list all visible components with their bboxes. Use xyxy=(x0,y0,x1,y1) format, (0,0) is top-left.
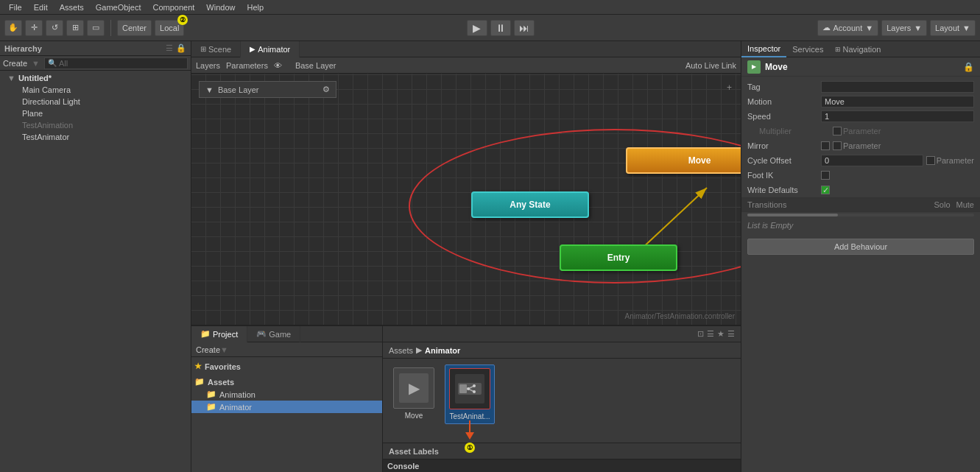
play-button[interactable]: ▶ xyxy=(467,20,487,36)
breadcrumb-assets[interactable]: Assets xyxy=(389,346,413,355)
gear-icon[interactable]: ⚙ xyxy=(322,85,330,94)
tab-services[interactable]: Services xyxy=(786,41,829,57)
speed-input[interactable] xyxy=(821,110,974,122)
pause-button[interactable]: ⏸ xyxy=(490,20,511,36)
hierarchy-menu-icon[interactable]: ☰ xyxy=(166,43,173,53)
solo-label: Solo xyxy=(934,200,951,209)
create-button[interactable]: Create xyxy=(3,59,27,68)
console-label[interactable]: Console xyxy=(387,462,419,471)
motion-value: Move xyxy=(825,97,845,106)
toolbar-rect-icon[interactable]: ▭ xyxy=(87,20,105,36)
write-defaults-checkbox[interactable]: ✓ xyxy=(821,186,830,194)
tab-inspector[interactable]: Inspector xyxy=(741,41,786,57)
menu-edit[interactable]: Edit xyxy=(28,1,54,13)
menu-gameobject[interactable]: GameObject xyxy=(90,1,147,13)
console-bar: Console xyxy=(383,459,741,472)
cycle-param-checkbox[interactable] xyxy=(926,156,935,165)
asset-move[interactable]: ▶ Move xyxy=(389,364,439,423)
bottom-panels: 📁 Project 🎮 Game Create ▼ ★ Favorites xyxy=(191,325,741,472)
hierarchy-root[interactable]: ▼ Untitled* xyxy=(0,72,191,84)
state-move[interactable]: Move xyxy=(626,147,741,174)
multiplier-checkbox[interactable] xyxy=(833,127,842,135)
hierarchy-item-testanimator[interactable]: TestAnimator xyxy=(0,131,191,143)
tab-project[interactable]: 📁 Project xyxy=(191,326,247,342)
cycle-offset-label: Cycle Offset xyxy=(747,156,821,165)
eye-icon[interactable]: 👁 xyxy=(274,61,282,70)
menu-help[interactable]: Help xyxy=(241,1,269,13)
assets-icon2[interactable]: ☰ xyxy=(707,329,714,339)
cycle-offset-input[interactable] xyxy=(821,155,923,166)
layers-tab[interactable]: Layers xyxy=(196,61,220,70)
tab-scene[interactable]: ⊞ Scene xyxy=(191,41,241,57)
nav-label: Navigation xyxy=(842,45,881,54)
hierarchy-item-dirlight[interactable]: Directional Light xyxy=(0,96,191,108)
tab-animator[interactable]: ▶ Animator xyxy=(241,41,300,57)
motion-value-field[interactable]: Move xyxy=(821,96,974,108)
base-layer-box[interactable]: ▼ Base Layer ⚙ xyxy=(199,81,336,98)
toolbar-hand-icon[interactable]: ✋ xyxy=(4,20,22,36)
animator-folder[interactable]: 📁 Animator xyxy=(191,401,382,413)
hierarchy-search[interactable]: 🔍 All xyxy=(44,57,188,69)
add-behaviour-button[interactable]: Add Behaviour xyxy=(747,239,974,255)
mirror-checkbox[interactable] xyxy=(821,141,830,150)
asset-testanimator[interactable]: TestAninat... ① xyxy=(445,364,495,424)
toolbar-sep: ▼ xyxy=(32,59,40,68)
hierarchy-panel: Hierarchy ☰ 🔒 Create ▼ 🔍 All ▼ Untitled*… xyxy=(0,41,191,472)
assets-panel: ⊡ ☰ ★ ☰ Assets ▶ Animator xyxy=(383,326,741,472)
scene-tab-label: Scene xyxy=(208,45,231,54)
layers-dropdown[interactable]: Layers ▼ xyxy=(881,20,927,36)
game-tab-label: Game xyxy=(269,330,291,339)
inspector-lock-icon[interactable]: 🔒 xyxy=(963,62,974,72)
hierarchy-lock-icon[interactable]: 🔒 xyxy=(176,43,186,53)
tab-game[interactable]: 🎮 Game xyxy=(247,326,300,342)
assets-menu[interactable]: ☰ xyxy=(727,329,735,339)
auto-live-link[interactable]: Auto Live Link xyxy=(685,61,736,70)
search-all-label: All xyxy=(59,59,68,68)
base-layer-label: Base Layer xyxy=(218,85,259,94)
step-button[interactable]: ⏭ xyxy=(514,20,535,36)
layout-dropdown[interactable]: Layout ▼ xyxy=(930,20,976,36)
multiplier-param-label: Parameter xyxy=(843,127,881,135)
menu-window[interactable]: Window xyxy=(200,1,241,13)
menu-assets[interactable]: Assets xyxy=(54,1,90,13)
menu-file[interactable]: File xyxy=(3,1,28,13)
assets-icon1[interactable]: ⊡ xyxy=(697,329,704,339)
assets-folder[interactable]: 📁 Assets xyxy=(191,376,382,388)
hierarchy-item-testanimation[interactable]: TestAnimation xyxy=(0,119,191,131)
transitions-section: Transitions Solo Mute xyxy=(741,197,980,212)
plus-add-icon[interactable]: + xyxy=(727,82,732,93)
animation-folder[interactable]: 📁 Animation xyxy=(191,388,382,401)
foot-ik-checkbox[interactable] xyxy=(821,171,830,180)
local-button[interactable]: Local ② xyxy=(155,20,184,36)
state-any-state[interactable]: Any State xyxy=(471,191,589,218)
hierarchy-item-plane[interactable]: Plane xyxy=(0,108,191,119)
toolbar-scale-icon[interactable]: ⊞ xyxy=(66,20,84,36)
mirror-param-checkbox[interactable] xyxy=(833,141,842,150)
project-toolbar: Create ▼ xyxy=(191,342,382,357)
state-icon-symbol: ▶ xyxy=(752,63,756,70)
asset-testanimator-label: TestAninat... xyxy=(449,412,490,420)
speed-label: Speed xyxy=(747,112,821,121)
tag-input[interactable] xyxy=(821,81,974,93)
expand-icon: ▼ xyxy=(205,85,214,94)
mute-label: Mute xyxy=(956,200,974,209)
parameters-tab[interactable]: Parameters xyxy=(226,61,268,70)
mirror-param-label: Parameter xyxy=(843,141,881,150)
breadcrumb-animator[interactable]: Animator xyxy=(425,346,460,355)
favorites-folder[interactable]: ★ Favorites xyxy=(191,360,382,373)
animator-canvas[interactable]: ▼ Base Layer ⚙ + xyxy=(191,74,741,325)
transitions-label: Transitions xyxy=(747,200,934,209)
project-create[interactable]: Create xyxy=(196,345,220,354)
multiplier-label: Multiplier xyxy=(759,127,833,135)
star-icon: ★ xyxy=(194,362,202,371)
menu-component[interactable]: Component xyxy=(147,1,200,13)
hierarchy-item-maincamera[interactable]: Main Camera xyxy=(0,84,191,96)
state-entry[interactable]: Entry xyxy=(560,244,677,271)
annotation-arrow: ① xyxy=(462,420,477,453)
toolbar-rotate-icon[interactable]: ↺ xyxy=(46,20,63,36)
toolbar-move-icon[interactable]: ✛ xyxy=(25,20,43,36)
assets-icon3[interactable]: ★ xyxy=(717,329,725,339)
tab-navigation[interactable]: ⊞ Navigation xyxy=(829,41,886,57)
center-button[interactable]: Center xyxy=(117,20,152,36)
account-dropdown[interactable]: ☁ Account ▼ xyxy=(817,20,879,36)
